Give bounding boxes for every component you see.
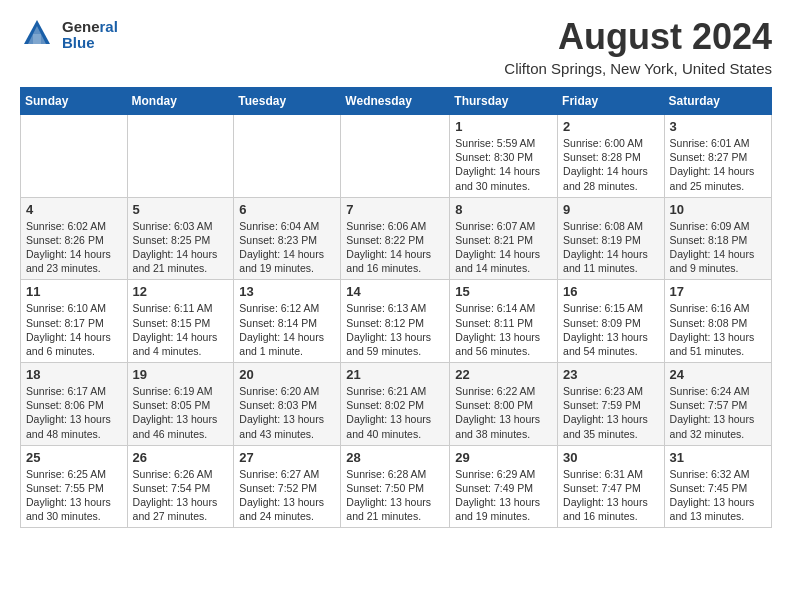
- day-number: 2: [563, 119, 659, 134]
- logo-general: General: [62, 19, 118, 36]
- calendar-cell: 25Sunrise: 6:25 AM Sunset: 7:55 PM Dayli…: [21, 445, 128, 528]
- title-area: August 2024 Clifton Springs, New York, U…: [504, 16, 772, 77]
- day-number: 15: [455, 284, 552, 299]
- day-info: Sunrise: 6:06 AM Sunset: 8:22 PM Dayligh…: [346, 219, 444, 276]
- calendar-cell: 24Sunrise: 6:24 AM Sunset: 7:57 PM Dayli…: [664, 363, 771, 446]
- calendar-cell: 23Sunrise: 6:23 AM Sunset: 7:59 PM Dayli…: [558, 363, 665, 446]
- header: General Blue August 2024 Clifton Springs…: [20, 16, 772, 77]
- day-info: Sunrise: 6:07 AM Sunset: 8:21 PM Dayligh…: [455, 219, 552, 276]
- calendar-cell: 16Sunrise: 6:15 AM Sunset: 8:09 PM Dayli…: [558, 280, 665, 363]
- day-info: Sunrise: 6:08 AM Sunset: 8:19 PM Dayligh…: [563, 219, 659, 276]
- calendar-cell: 19Sunrise: 6:19 AM Sunset: 8:05 PM Dayli…: [127, 363, 234, 446]
- day-number: 10: [670, 202, 766, 217]
- day-number: 3: [670, 119, 766, 134]
- day-info: Sunrise: 6:11 AM Sunset: 8:15 PM Dayligh…: [133, 301, 229, 358]
- day-info: Sunrise: 6:29 AM Sunset: 7:49 PM Dayligh…: [455, 467, 552, 524]
- calendar-cell: 15Sunrise: 6:14 AM Sunset: 8:11 PM Dayli…: [450, 280, 558, 363]
- day-number: 18: [26, 367, 122, 382]
- svg-rect-2: [33, 34, 41, 44]
- calendar-cell: 4Sunrise: 6:02 AM Sunset: 8:26 PM Daylig…: [21, 197, 128, 280]
- calendar-cell: [127, 115, 234, 198]
- calendar-cell: 14Sunrise: 6:13 AM Sunset: 8:12 PM Dayli…: [341, 280, 450, 363]
- day-number: 4: [26, 202, 122, 217]
- logo: General Blue: [20, 16, 118, 54]
- calendar-cell: 31Sunrise: 6:32 AM Sunset: 7:45 PM Dayli…: [664, 445, 771, 528]
- day-number: 31: [670, 450, 766, 465]
- day-number: 9: [563, 202, 659, 217]
- day-info: Sunrise: 5:59 AM Sunset: 8:30 PM Dayligh…: [455, 136, 552, 193]
- day-info: Sunrise: 6:27 AM Sunset: 7:52 PM Dayligh…: [239, 467, 335, 524]
- calendar-cell: 11Sunrise: 6:10 AM Sunset: 8:17 PM Dayli…: [21, 280, 128, 363]
- day-info: Sunrise: 6:15 AM Sunset: 8:09 PM Dayligh…: [563, 301, 659, 358]
- day-number: 12: [133, 284, 229, 299]
- calendar-week-row: 1Sunrise: 5:59 AM Sunset: 8:30 PM Daylig…: [21, 115, 772, 198]
- calendar-cell: 17Sunrise: 6:16 AM Sunset: 8:08 PM Dayli…: [664, 280, 771, 363]
- calendar-cell: 9Sunrise: 6:08 AM Sunset: 8:19 PM Daylig…: [558, 197, 665, 280]
- day-number: 24: [670, 367, 766, 382]
- day-number: 6: [239, 202, 335, 217]
- day-info: Sunrise: 6:03 AM Sunset: 8:25 PM Dayligh…: [133, 219, 229, 276]
- logo-icon: [20, 16, 54, 50]
- calendar-cell: [234, 115, 341, 198]
- day-info: Sunrise: 6:10 AM Sunset: 8:17 PM Dayligh…: [26, 301, 122, 358]
- day-of-week-header: Thursday: [450, 88, 558, 115]
- calendar-cell: 7Sunrise: 6:06 AM Sunset: 8:22 PM Daylig…: [341, 197, 450, 280]
- day-info: Sunrise: 6:13 AM Sunset: 8:12 PM Dayligh…: [346, 301, 444, 358]
- calendar-cell: 1Sunrise: 5:59 AM Sunset: 8:30 PM Daylig…: [450, 115, 558, 198]
- calendar-cell: 29Sunrise: 6:29 AM Sunset: 7:49 PM Dayli…: [450, 445, 558, 528]
- calendar-table: SundayMondayTuesdayWednesdayThursdayFrid…: [20, 87, 772, 528]
- day-number: 8: [455, 202, 552, 217]
- day-number: 30: [563, 450, 659, 465]
- month-year: August 2024: [504, 16, 772, 58]
- day-info: Sunrise: 6:09 AM Sunset: 8:18 PM Dayligh…: [670, 219, 766, 276]
- day-info: Sunrise: 6:20 AM Sunset: 8:03 PM Dayligh…: [239, 384, 335, 441]
- location: Clifton Springs, New York, United States: [504, 60, 772, 77]
- calendar-cell: 12Sunrise: 6:11 AM Sunset: 8:15 PM Dayli…: [127, 280, 234, 363]
- day-info: Sunrise: 6:25 AM Sunset: 7:55 PM Dayligh…: [26, 467, 122, 524]
- calendar-cell: 27Sunrise: 6:27 AM Sunset: 7:52 PM Dayli…: [234, 445, 341, 528]
- day-info: Sunrise: 6:28 AM Sunset: 7:50 PM Dayligh…: [346, 467, 444, 524]
- day-info: Sunrise: 6:01 AM Sunset: 8:27 PM Dayligh…: [670, 136, 766, 193]
- calendar-cell: 21Sunrise: 6:21 AM Sunset: 8:02 PM Dayli…: [341, 363, 450, 446]
- calendar-cell: 5Sunrise: 6:03 AM Sunset: 8:25 PM Daylig…: [127, 197, 234, 280]
- day-info: Sunrise: 6:00 AM Sunset: 8:28 PM Dayligh…: [563, 136, 659, 193]
- day-number: 17: [670, 284, 766, 299]
- day-number: 13: [239, 284, 335, 299]
- logo-blue: Blue: [62, 35, 118, 52]
- calendar-cell: 22Sunrise: 6:22 AM Sunset: 8:00 PM Dayli…: [450, 363, 558, 446]
- day-info: Sunrise: 6:22 AM Sunset: 8:00 PM Dayligh…: [455, 384, 552, 441]
- day-info: Sunrise: 6:12 AM Sunset: 8:14 PM Dayligh…: [239, 301, 335, 358]
- day-number: 25: [26, 450, 122, 465]
- day-number: 14: [346, 284, 444, 299]
- calendar-cell: 18Sunrise: 6:17 AM Sunset: 8:06 PM Dayli…: [21, 363, 128, 446]
- day-info: Sunrise: 6:26 AM Sunset: 7:54 PM Dayligh…: [133, 467, 229, 524]
- calendar-cell: [21, 115, 128, 198]
- day-number: 11: [26, 284, 122, 299]
- day-number: 1: [455, 119, 552, 134]
- day-of-week-header: Friday: [558, 88, 665, 115]
- day-number: 19: [133, 367, 229, 382]
- day-of-week-header: Wednesday: [341, 88, 450, 115]
- day-info: Sunrise: 6:14 AM Sunset: 8:11 PM Dayligh…: [455, 301, 552, 358]
- day-info: Sunrise: 6:02 AM Sunset: 8:26 PM Dayligh…: [26, 219, 122, 276]
- calendar-cell: [341, 115, 450, 198]
- day-info: Sunrise: 6:16 AM Sunset: 8:08 PM Dayligh…: [670, 301, 766, 358]
- day-info: Sunrise: 6:19 AM Sunset: 8:05 PM Dayligh…: [133, 384, 229, 441]
- day-number: 5: [133, 202, 229, 217]
- day-number: 26: [133, 450, 229, 465]
- calendar-cell: 20Sunrise: 6:20 AM Sunset: 8:03 PM Dayli…: [234, 363, 341, 446]
- calendar-cell: 30Sunrise: 6:31 AM Sunset: 7:47 PM Dayli…: [558, 445, 665, 528]
- calendar-cell: 13Sunrise: 6:12 AM Sunset: 8:14 PM Dayli…: [234, 280, 341, 363]
- day-of-week-header: Monday: [127, 88, 234, 115]
- calendar-cell: 2Sunrise: 6:00 AM Sunset: 8:28 PM Daylig…: [558, 115, 665, 198]
- day-number: 21: [346, 367, 444, 382]
- calendar-week-row: 11Sunrise: 6:10 AM Sunset: 8:17 PM Dayli…: [21, 280, 772, 363]
- day-info: Sunrise: 6:21 AM Sunset: 8:02 PM Dayligh…: [346, 384, 444, 441]
- calendar-cell: 3Sunrise: 6:01 AM Sunset: 8:27 PM Daylig…: [664, 115, 771, 198]
- day-info: Sunrise: 6:17 AM Sunset: 8:06 PM Dayligh…: [26, 384, 122, 441]
- calendar-header-row: SundayMondayTuesdayWednesdayThursdayFrid…: [21, 88, 772, 115]
- logo-text: General Blue: [62, 19, 118, 52]
- day-of-week-header: Saturday: [664, 88, 771, 115]
- day-info: Sunrise: 6:04 AM Sunset: 8:23 PM Dayligh…: [239, 219, 335, 276]
- day-of-week-header: Sunday: [21, 88, 128, 115]
